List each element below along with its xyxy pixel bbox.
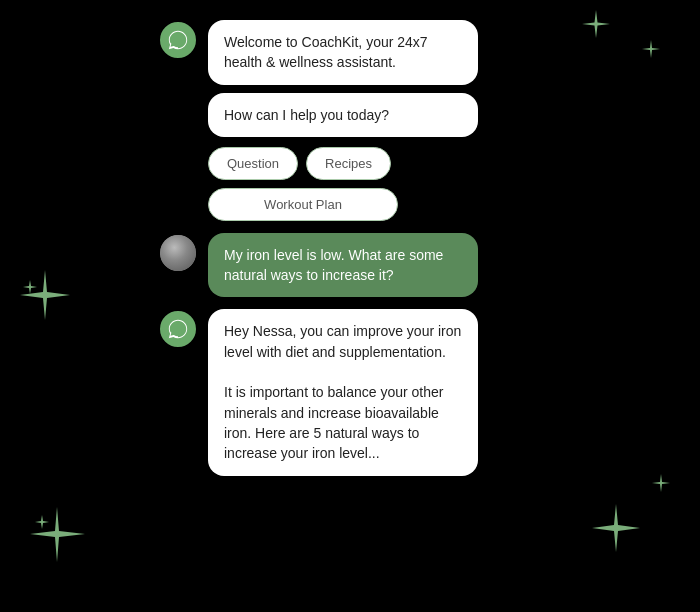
quick-replies: Question Recipes Workout Plan — [208, 147, 478, 221]
user-avatar — [160, 235, 196, 271]
bot-bubble-help: How can I help you today? — [208, 93, 478, 137]
bot-welcome-bubbles: Welcome to CoachKit, your 24x7 health & … — [208, 20, 478, 221]
quick-reply-workout[interactable]: Workout Plan — [208, 188, 398, 221]
quick-reply-row-1: Question Recipes — [208, 147, 478, 180]
user-bubble-group: My iron level is low. What are some natu… — [208, 233, 478, 298]
quick-reply-row-2: Workout Plan — [208, 188, 478, 221]
bot-iron-bubble-group: Hey Nessa, you can improve your iron lev… — [208, 309, 478, 475]
chat-icon-2 — [167, 318, 189, 340]
sparkle-decoration-6 — [652, 474, 670, 492]
sparkle-decoration-1 — [582, 10, 610, 38]
sparkle-decoration-3 — [20, 270, 70, 320]
user-avatar-image — [160, 235, 196, 271]
bot-bubble-welcome: Welcome to CoachKit, your 24x7 health & … — [208, 20, 478, 85]
bot-bubble-iron-response: Hey Nessa, you can improve your iron lev… — [208, 309, 478, 475]
bot-avatar-2 — [160, 311, 196, 347]
bot-avatar — [160, 22, 196, 58]
quick-reply-recipes[interactable]: Recipes — [306, 147, 391, 180]
sparkle-decoration-5 — [592, 504, 640, 552]
user-bubble-iron: My iron level is low. What are some natu… — [208, 233, 478, 298]
chat-icon — [167, 29, 189, 51]
sparkle-decoration-2 — [642, 40, 660, 58]
sparkle-decoration-4 — [30, 507, 85, 562]
bot-welcome-row: Welcome to CoachKit, your 24x7 health & … — [160, 20, 540, 221]
quick-reply-question[interactable]: Question — [208, 147, 298, 180]
user-iron-row: My iron level is low. What are some natu… — [160, 233, 540, 298]
chat-container: Welcome to CoachKit, your 24x7 health & … — [160, 20, 540, 476]
bot-iron-row: Hey Nessa, you can improve your iron lev… — [160, 309, 540, 475]
